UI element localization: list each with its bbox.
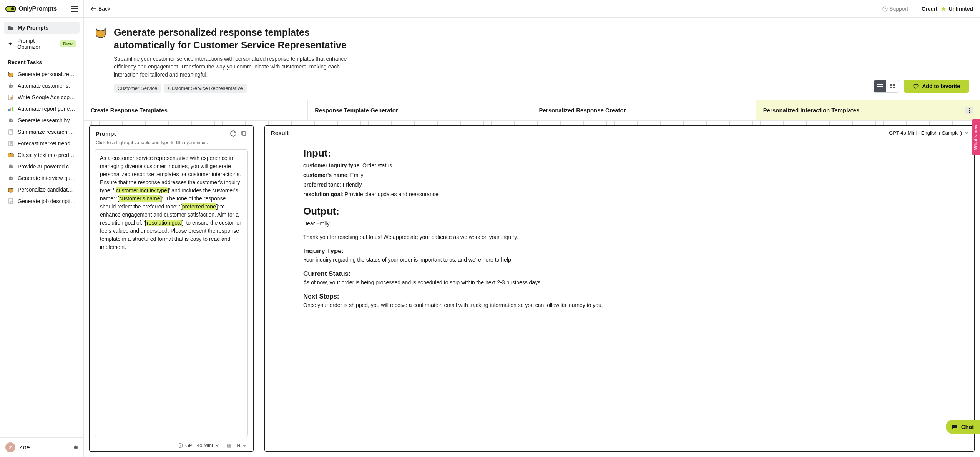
copy-icon[interactable] [241,130,247,137]
tab-more-icon[interactable]: ⋮ [965,107,973,114]
cat-icon [8,71,14,77]
tab-2[interactable]: Personalized Response Creator [532,100,756,120]
svg-rect-24 [893,87,895,88]
recent-task-item[interactable]: Automate report generat... [4,103,80,115]
recent-task-item[interactable]: Generate job description... [4,195,80,207]
tag[interactable]: Customer Service [114,84,161,93]
chat-button[interactable]: Chat [946,420,980,434]
flag-icon: ▩ [227,443,231,448]
refresh-icon[interactable] [230,130,236,137]
prompt-variable[interactable]: preferred tone [182,203,216,210]
nav-prompt-optimizer[interactable]: ✦ Prompt Optimizer New [4,35,80,53]
lang-select[interactable]: ▩ EN [227,442,246,448]
tab-label: Personalized Response Creator [539,107,626,113]
input-field: resolution goal: Provide clear updates a… [303,190,947,198]
svg-point-1 [10,86,10,87]
recent-task-item[interactable]: Forecast market trends ... [4,138,80,149]
chevron-down-icon [215,444,219,447]
svg-rect-0 [9,85,13,88]
grid-view-button[interactable] [886,80,899,92]
svg-point-2 [11,86,12,87]
sidebar: OnlyPrompts My Prompts ✦ Prompt Optimize… [0,0,84,457]
credit-display: Credit: ★ Unlimited [915,0,973,17]
output-section-text: Once your order is shipped, you will rec… [303,301,947,309]
folder-icon [8,152,14,158]
robot-icon [8,117,14,123]
page-cat-icon [95,26,107,38]
menu-toggle-icon[interactable] [71,6,78,12]
svg-text:?: ? [179,444,181,447]
tab-label: Response Template Generator [315,107,398,113]
input-heading: Input: [303,147,947,159]
svg-point-14 [11,167,12,167]
svg-point-13 [10,167,10,167]
robot-icon [8,83,14,89]
logo[interactable]: OnlyPrompts [5,5,57,12]
user-avatar[interactable]: Z [5,442,15,452]
recent-task-label: Generate personalized r... [18,71,76,77]
svg-rect-15 [9,177,13,180]
nav-label: Prompt Optimizer [17,38,56,50]
nav-my-prompts[interactable]: My Prompts [4,22,80,34]
recent-task-label: Automate report generat... [18,106,76,112]
back-button[interactable]: Back [91,0,126,17]
output-section-heading: Next Steps: [303,293,947,300]
prompt-variable[interactable]: customer inquiry type [116,187,168,193]
recent-task-item[interactable]: Automate customer sup... [4,80,80,92]
output-greeting: Dear Emily, [303,220,947,228]
recent-task-item[interactable]: Generate personalized r... [4,68,80,80]
svg-rect-22 [893,84,895,86]
svg-rect-23 [890,87,892,88]
output-heading: Output: [303,205,947,217]
arrow-left-icon [91,7,96,11]
prompt-textarea[interactable]: As a customer service representative wit… [95,149,248,437]
output-section-text: As of now, your order is being processed… [303,279,947,287]
prompt-variable[interactable]: resolution goal [146,220,182,226]
logo-mark-icon [5,6,16,12]
add-favorite-button[interactable]: Add to favorite [904,80,969,93]
settings-icon[interactable] [72,444,78,450]
recent-task-label: Write Google Ads copy v... [18,94,76,100]
support-link[interactable]: ? Support [882,6,908,12]
tag[interactable]: Customer Service Representative [164,84,246,93]
tab-0[interactable]: Create Response Templates [84,100,308,120]
sparkle-icon: ✦ [8,41,13,47]
tab-1[interactable]: Response Template Generator [308,100,532,120]
recent-task-item[interactable]: Provide AI-powered cand... [4,161,80,172]
svg-point-16 [10,178,10,179]
nav-label: My Prompts [18,25,48,31]
model-select[interactable]: ? GPT 4o Mini [178,442,219,448]
list-view-button[interactable] [874,80,886,92]
prompt-variable[interactable]: customer's name [119,195,160,202]
robot-icon [8,175,14,181]
page-title: Generate personalized response templates… [114,26,364,51]
prompt-panel: Prompt Click to a highlight variable and… [89,125,254,452]
ruler [84,121,980,125]
recent-task-item[interactable]: Write Google Ads copy v... [4,92,80,103]
whats-new-tab[interactable]: What's new [972,119,980,155]
doc-icon [8,129,14,135]
result-meta-select[interactable]: GPT 4o Mini - English ( Sample ) [889,130,968,136]
svg-rect-6 [12,107,13,111]
output-section-text: Your inquiry regarding the status of you… [303,256,947,264]
recent-task-label: Generate research hypot... [18,117,76,123]
recent-task-item[interactable]: Generate interview ques... [4,172,80,184]
cat-icon [8,187,14,193]
brand-name: OnlyPrompts [18,5,57,12]
svg-rect-12 [9,165,13,168]
recent-task-item[interactable]: Generate research hypot... [4,115,80,126]
tab-3[interactable]: Personalized Interaction Templates⋮ [756,100,980,120]
svg-point-8 [10,120,10,121]
recent-task-label: Automate customer sup... [18,83,76,89]
svg-rect-5 [10,108,11,111]
recent-task-item[interactable]: Summarize research pap... [4,126,80,138]
doc-icon [8,198,14,204]
recent-task-label: Forecast market trends ... [18,140,76,147]
output-section-heading: Current Status: [303,270,947,278]
svg-text:?: ? [884,7,886,11]
prompt-hint: Click to a highlight variable and type t… [90,140,253,149]
robot-icon [8,163,14,170]
recent-task-item[interactable]: Personalize candidate o... [4,184,80,195]
recent-task-item[interactable]: Classify text into predefi... [4,149,80,161]
chevron-down-icon [964,132,968,134]
